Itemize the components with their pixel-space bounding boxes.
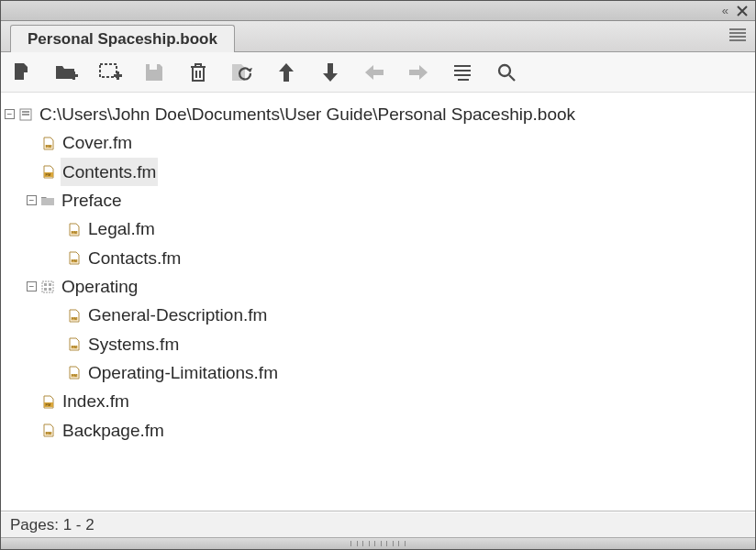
outline-icon: [452, 63, 472, 82]
fm-doc-icon: FM: [66, 336, 83, 351]
arrow-up-icon: [277, 61, 295, 83]
svg-rect-1: [72, 72, 75, 80]
tree-item-label: Backpage.fm: [61, 416, 166, 445]
add-content-icon: [98, 61, 122, 83]
arrow-right-icon: [407, 63, 429, 82]
svg-text:FM: FM: [46, 144, 51, 148]
tree-item[interactable]: FMGeneral-Description.fm: [5, 301, 751, 329]
tree-item[interactable]: FMCover.fm: [5, 128, 751, 157]
book-icon: [17, 107, 34, 122]
fm-gen-icon: FM: [40, 164, 57, 179]
tree-item-label: Contents.fm: [61, 158, 158, 186]
collapse-button[interactable]: «: [722, 4, 728, 17]
svg-rect-19: [49, 283, 51, 286]
tree-item[interactable]: FMIndex.fm: [5, 387, 751, 415]
tab-book[interactable]: Personal Spaceship.book: [10, 25, 235, 52]
svg-text:FM: FM: [72, 316, 77, 321]
forward-button[interactable]: [406, 60, 430, 84]
svg-rect-21: [49, 288, 51, 291]
tree-item[interactable]: FMBackpage.fm: [5, 416, 751, 445]
tree-item[interactable]: −Operating: [5, 272, 751, 301]
status-bar: Pages: 1 - 2: [1, 512, 755, 537]
tree-item[interactable]: FMOperating-Limitations.fm: [5, 358, 751, 387]
svg-text:FM: FM: [72, 258, 77, 263]
svg-text:FM: FM: [72, 230, 77, 235]
fm-doc-icon: FM: [66, 308, 83, 323]
tab-bar: Personal Spaceship.book: [1, 21, 755, 52]
fm-gen-icon: FM: [40, 394, 57, 409]
search-icon: [496, 62, 517, 82]
add-file-icon: [11, 61, 33, 83]
tree-item-label: Legal.fm: [86, 214, 157, 243]
svg-rect-7: [22, 111, 29, 113]
tree-item[interactable]: FMContents.fm: [5, 158, 751, 186]
add-folder-icon: [54, 61, 78, 83]
collapse-toggle[interactable]: −: [27, 195, 37, 205]
tree-item-label: Index.fm: [61, 387, 131, 415]
tree-item-label: Cover.fm: [61, 128, 134, 157]
pages-status: Pages: 1 - 2: [10, 516, 94, 534]
svg-text:FM: FM: [46, 172, 51, 177]
arrow-down-icon: [321, 61, 339, 83]
collapse-toggle[interactable]: −: [27, 281, 37, 292]
menu-icon: [729, 28, 746, 41]
book-tree[interactable]: − C:\Users\John Doe\Documents\User Guide…: [1, 93, 755, 511]
save-button[interactable]: [142, 60, 166, 84]
save-icon: [143, 61, 165, 83]
arrow-left-icon: [363, 63, 385, 82]
back-button[interactable]: [362, 60, 386, 84]
trash-icon: [188, 61, 208, 83]
fm-doc-icon: FM: [40, 423, 57, 437]
add-file-button[interactable]: [10, 60, 34, 84]
grip-icon: [350, 541, 406, 546]
outline-button[interactable]: [450, 60, 474, 84]
tree-item-label: Preface: [60, 186, 123, 214]
tree-item-label: General-Description.fm: [86, 301, 269, 329]
svg-rect-18: [44, 283, 47, 286]
move-down-button[interactable]: [318, 60, 342, 84]
tab-label: Personal Spaceship.book: [26, 30, 219, 48]
close-icon: [737, 6, 748, 16]
svg-rect-4: [117, 72, 119, 80]
collapse-toggle[interactable]: −: [5, 109, 15, 119]
tree-rows: FMCover.fmFMContents.fm−PrefaceFMLegal.f…: [5, 128, 751, 445]
fm-doc-icon: FM: [66, 222, 83, 236]
delete-button[interactable]: [186, 60, 210, 84]
titlebar: «: [1, 1, 755, 21]
tree-root-label: C:\Users\John Doe\Documents\User Guide\P…: [38, 100, 577, 128]
tab-menu-button[interactable]: [729, 28, 746, 46]
tree-item[interactable]: −Preface: [5, 186, 751, 214]
tree-item[interactable]: FMLegal.fm: [5, 214, 751, 243]
toolbar: [1, 52, 755, 93]
svg-text:FM: FM: [72, 345, 77, 349]
tree-item[interactable]: FMSystems.fm: [5, 330, 751, 358]
book-panel: « Personal Spaceship.book: [0, 0, 756, 550]
svg-text:FM: FM: [46, 402, 51, 407]
fm-doc-icon: FM: [66, 250, 83, 265]
close-button[interactable]: [735, 4, 750, 18]
tree-item-label: Operating-Limitations.fm: [86, 358, 280, 387]
search-button[interactable]: [495, 60, 518, 84]
fm-doc-icon: FM: [66, 366, 83, 380]
resize-grip[interactable]: [1, 537, 755, 549]
refresh-button[interactable]: [230, 60, 254, 84]
svg-text:FM: FM: [46, 431, 51, 435]
svg-text:FM: FM: [72, 373, 77, 378]
tree-root[interactable]: − C:\Users\John Doe\Documents\User Guide…: [5, 100, 751, 128]
svg-rect-20: [44, 288, 47, 291]
move-up-button[interactable]: [274, 60, 298, 84]
svg-rect-8: [22, 114, 29, 116]
add-folder-button[interactable]: [54, 60, 78, 84]
tree-item-label: Operating: [60, 272, 139, 301]
fm-doc-icon: FM: [40, 136, 57, 150]
tree-item[interactable]: FMContacts.fm: [5, 244, 751, 272]
add-content-button[interactable]: [98, 60, 122, 84]
svg-rect-17: [42, 281, 53, 292]
folder-icon: [39, 193, 56, 208]
svg-point-5: [499, 65, 510, 76]
tree-item-label: Contacts.fm: [86, 244, 183, 272]
tree-item-label: Systems.fm: [86, 330, 181, 358]
refresh-icon: [230, 61, 254, 83]
group-icon: [39, 280, 56, 294]
